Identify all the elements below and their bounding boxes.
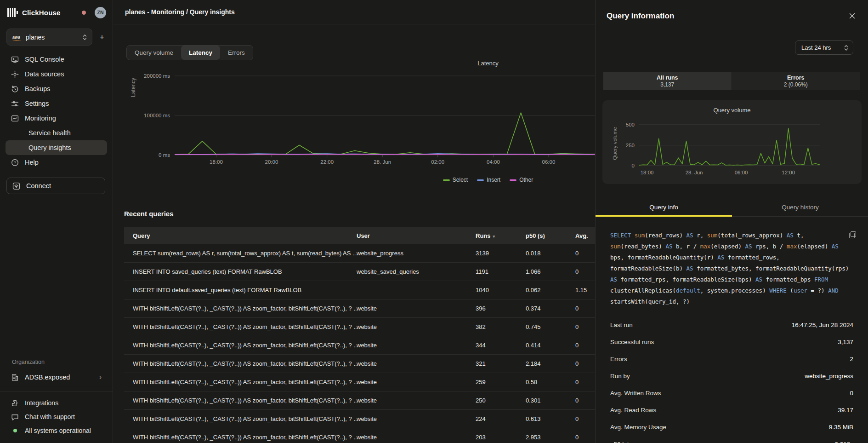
help-icon: ? [11, 159, 19, 167]
table-cell: WITH bitShiftLeft(CAST(?..), _CAST(?..))… [124, 342, 357, 349]
table-row[interactable]: WITH bitShiftLeft(CAST(?..), _CAST(?..))… [124, 410, 595, 428]
sidebar-item-label: Data sources [25, 70, 64, 78]
table-row[interactable]: WITH bitShiftLeft(CAST(?..), _CAST(?..))… [124, 318, 595, 336]
stat-value: 0.018s [834, 441, 853, 443]
add-service-button[interactable]: + [96, 31, 108, 43]
latency-chart[interactable]: 0 ms100000 ms200000 ms18:0020:0022:0028.… [113, 28, 595, 175]
legend-item[interactable]: Insert [477, 177, 500, 183]
stat-value: 2 [850, 356, 853, 362]
table-cell: 0.374 [526, 305, 575, 312]
sidebar-item-label: SQL Console [25, 56, 64, 63]
building-icon [11, 374, 19, 381]
table-row[interactable]: WITH bitShiftLeft(CAST(?..), _CAST(?..))… [124, 428, 595, 443]
table-cell: 321 [476, 360, 526, 367]
time-range-select[interactable]: Last 24 hrs [795, 40, 853, 55]
sidebar-item-service-health[interactable]: Service health [6, 126, 107, 140]
service-name: planes [26, 34, 45, 41]
stat-row: Errors2 [596, 351, 868, 368]
close-icon[interactable] [847, 11, 857, 21]
table-cell: 0.613 [526, 415, 575, 422]
sidebar-item-settings[interactable]: Settings [6, 96, 107, 111]
organization-row[interactable]: ADSB.exposed › [6, 370, 107, 385]
table-row[interactable]: INSERT INTO default.saved_queries (text)… [124, 281, 595, 299]
table-cell: 3139 [476, 250, 526, 257]
copy-icon[interactable] [849, 231, 856, 238]
table-cell: website_progress [357, 250, 476, 257]
stat-row: Avg. Written Rows0 [596, 385, 868, 402]
sidebar-item-backups[interactable]: Backups [6, 81, 107, 96]
errors-count: 2 (0.06%) [784, 81, 808, 88]
table-cell: 250 [476, 397, 526, 404]
svg-text:250: 250 [626, 143, 635, 148]
organization-label: Organization [0, 359, 113, 370]
avatar[interactable]: ZN [95, 7, 106, 18]
table-cell: 0 [575, 323, 595, 330]
table-cell: 0.58 [526, 379, 575, 385]
sidebar-item-query-insights[interactable]: Query insights [6, 140, 107, 155]
sidebar-item-sql-console[interactable]: SQL Console [6, 52, 107, 67]
query-stats-list: Last run16:47:25, Jun 28 2024Successful … [596, 316, 868, 443]
main-header: planes - Monitoring / Query insights [113, 0, 595, 24]
table-cell: 0 [575, 342, 595, 349]
svg-text:100000 ms: 100000 ms [144, 113, 170, 118]
stat-row: Last run16:47:25, Jun 28 2024 [596, 316, 868, 334]
table-cell: 1.15 [575, 287, 595, 293]
table-cell: website [357, 342, 476, 349]
all-runs-count: 3,137 [660, 81, 674, 88]
table-row[interactable]: WITH bitShiftLeft(CAST(?..), _CAST(?..))… [124, 391, 595, 410]
tab-query-history[interactable]: Query history [732, 200, 868, 216]
stat-label: Avg. Read Rows [610, 407, 656, 414]
query-volume-card: Query volume Query volume 025050018:0028… [602, 100, 862, 184]
tab-all-runs[interactable]: All runs 3,137 [603, 72, 732, 90]
connect-button[interactable]: Connect [6, 178, 105, 194]
tab-query-info[interactable]: Query info [596, 200, 732, 216]
stat-label: Avg. Memory Usage [610, 424, 666, 431]
stat-row: Run bywebsite_progress [596, 368, 868, 385]
chat-bubble-icon [11, 413, 19, 421]
tab-errors-summary[interactable]: Errors 2 (0.06%) [732, 72, 860, 90]
table-row[interactable]: WITH bitShiftLeft(CAST(?..), _CAST(?..))… [124, 299, 595, 318]
sidebar-item-integrations[interactable]: Integrations [6, 396, 107, 410]
table-cell: 2.953 [526, 434, 575, 441]
monitoring-chart-icon [11, 115, 19, 122]
stat-row: Avg. Read Rows39.17 [596, 402, 868, 419]
service-selector[interactable]: aws planes [6, 29, 92, 46]
stat-value: website_progress [805, 373, 853, 380]
sidebar-item-label: Settings [25, 100, 49, 107]
column-header: Query [124, 232, 357, 239]
legend-item[interactable]: Select [443, 177, 468, 183]
svg-text:20:00: 20:00 [265, 159, 278, 165]
legend-item[interactable]: Other [510, 177, 533, 183]
sidebar-item-chat-support[interactable]: Chat with support [6, 410, 107, 424]
stat-label: Errors [610, 356, 627, 362]
svg-text:0: 0 [632, 163, 635, 168]
table-cell: 0 [575, 268, 595, 275]
column-header[interactable]: Runs▾ [476, 232, 526, 239]
clickhouse-logo-icon[interactable] [7, 8, 18, 17]
table-row[interactable]: WITH bitShiftLeft(CAST(?..), _CAST(?..))… [124, 373, 595, 391]
table-row[interactable]: WITH bitShiftLeft(CAST(?..), _CAST(?..))… [124, 355, 595, 373]
status-label: All systems operational [25, 427, 91, 434]
query-volume-chart[interactable]: 025050018:0028. Jun06:0012:00 [602, 100, 862, 184]
stat-value: 39.17 [838, 407, 853, 414]
status-ok-icon [13, 429, 17, 432]
table-cell: 0.062 [526, 287, 575, 293]
table-row[interactable]: WITH bitShiftLeft(CAST(?..), _CAST(?..))… [124, 336, 595, 355]
sidebar-item-data-sources[interactable]: Data sources [6, 67, 107, 81]
summary-tabs: All runs 3,137 Errors 2 (0.06%) [603, 72, 860, 90]
organization-name: ADSB.exposed [25, 374, 70, 381]
sidebar-item-help[interactable]: ? Help [6, 155, 107, 170]
chevron-updown-icon [844, 44, 849, 52]
table-cell: 0 [575, 434, 595, 441]
query-information-panel: Query information Last 24 hrs All runs 3… [595, 0, 868, 443]
system-status[interactable]: All systems operational [6, 424, 107, 437]
legend-swatch-icon [443, 179, 450, 181]
sidebar-item-monitoring[interactable]: Monitoring [6, 111, 107, 126]
table-cell: SELECT sum(read_rows) AS r, sum(total_ro… [124, 250, 357, 257]
table-cell: 0.018 [526, 250, 575, 257]
column-header: Avg. [575, 232, 595, 239]
legend-label: Select [453, 177, 468, 183]
table-row[interactable]: INSERT INTO saved_queries (text) FORMAT … [124, 263, 595, 281]
table-row[interactable]: SELECT sum(read_rows) AS r, sum(total_ro… [124, 244, 595, 263]
svg-text:02:00: 02:00 [431, 159, 444, 165]
